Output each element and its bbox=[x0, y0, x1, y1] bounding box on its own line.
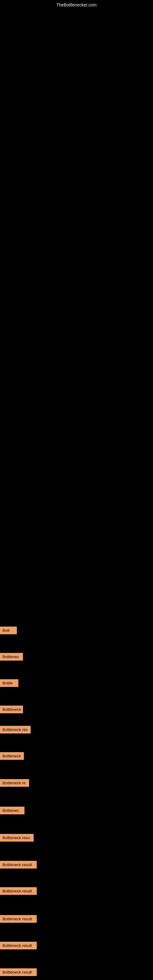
bottleneck-label: Bottleneck result bbox=[0, 942, 37, 950]
bottleneck-label: Bottle bbox=[0, 679, 18, 687]
bottleneck-label: Bottleneck bbox=[0, 752, 24, 760]
bottleneck-label: Bott bbox=[0, 627, 17, 634]
bottleneck-label: Bottlenec bbox=[0, 807, 24, 814]
bottleneck-label: Bottleneck re bbox=[0, 779, 29, 787]
list-item: Bottleneck resu bbox=[0, 829, 33, 846]
list-item: Bottleneck res bbox=[0, 721, 30, 738]
list-item: Bottleneck result bbox=[0, 882, 37, 899]
bottleneck-label: Bottleneck res bbox=[0, 726, 30, 733]
list-item: Bottleneck bbox=[0, 747, 24, 764]
list-item: Bottle bbox=[0, 675, 18, 692]
site-title: TheBottlenecker.com bbox=[56, 2, 97, 7]
list-item: Bottlenec bbox=[0, 648, 23, 665]
list-item: Bottleneck result bbox=[0, 856, 37, 873]
list-item: Bottlenec bbox=[0, 802, 24, 819]
bottleneck-label: Bottleneck resu bbox=[0, 834, 33, 842]
list-item: Bottleneck bbox=[0, 701, 23, 718]
list-item: Bottleneck re bbox=[0, 774, 29, 791]
list-item: Bottleneck result bbox=[0, 937, 37, 954]
bottleneck-label: Bottleneck result bbox=[0, 915, 37, 923]
list-item: Bott bbox=[0, 622, 17, 639]
bottleneck-label: Bottleneck bbox=[0, 706, 23, 713]
bottleneck-label: Bottleneck result bbox=[0, 887, 37, 895]
list-item: Bottleneck result bbox=[0, 910, 37, 928]
bottleneck-label: Bottlenec bbox=[0, 653, 23, 660]
list-item: Bottleneck result bbox=[0, 964, 37, 980]
bottleneck-label: Bottleneck result bbox=[0, 861, 37, 869]
bottleneck-label: Bottleneck result bbox=[0, 968, 37, 976]
